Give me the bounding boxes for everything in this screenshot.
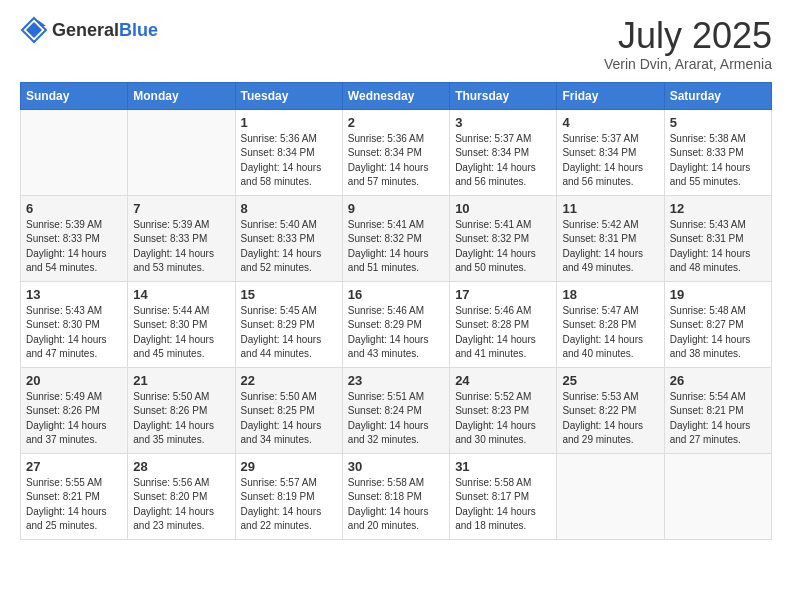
calendar-table: SundayMondayTuesdayWednesdayThursdayFrid… bbox=[20, 82, 772, 540]
day-info: Sunrise: 5:43 AM Sunset: 8:30 PM Dayligh… bbox=[26, 304, 122, 362]
day-number: 27 bbox=[26, 459, 122, 474]
calendar-cell: 6Sunrise: 5:39 AM Sunset: 8:33 PM Daylig… bbox=[21, 195, 128, 281]
day-number: 1 bbox=[241, 115, 337, 130]
calendar-cell: 2Sunrise: 5:36 AM Sunset: 8:34 PM Daylig… bbox=[342, 109, 449, 195]
calendar-cell: 7Sunrise: 5:39 AM Sunset: 8:33 PM Daylig… bbox=[128, 195, 235, 281]
day-number: 11 bbox=[562, 201, 658, 216]
calendar-cell: 1Sunrise: 5:36 AM Sunset: 8:34 PM Daylig… bbox=[235, 109, 342, 195]
day-number: 19 bbox=[670, 287, 766, 302]
day-info: Sunrise: 5:53 AM Sunset: 8:22 PM Dayligh… bbox=[562, 390, 658, 448]
calendar-body: 1Sunrise: 5:36 AM Sunset: 8:34 PM Daylig… bbox=[21, 109, 772, 539]
day-number: 6 bbox=[26, 201, 122, 216]
logo: GeneralBlue bbox=[20, 16, 158, 44]
calendar-cell: 9Sunrise: 5:41 AM Sunset: 8:32 PM Daylig… bbox=[342, 195, 449, 281]
logo-icon bbox=[20, 16, 48, 44]
calendar-cell: 16Sunrise: 5:46 AM Sunset: 8:29 PM Dayli… bbox=[342, 281, 449, 367]
calendar-cell: 8Sunrise: 5:40 AM Sunset: 8:33 PM Daylig… bbox=[235, 195, 342, 281]
calendar-cell: 24Sunrise: 5:52 AM Sunset: 8:23 PM Dayli… bbox=[450, 367, 557, 453]
day-info: Sunrise: 5:51 AM Sunset: 8:24 PM Dayligh… bbox=[348, 390, 444, 448]
day-number: 12 bbox=[670, 201, 766, 216]
day-number: 14 bbox=[133, 287, 229, 302]
calendar-cell: 27Sunrise: 5:55 AM Sunset: 8:21 PM Dayli… bbox=[21, 453, 128, 539]
day-info: Sunrise: 5:36 AM Sunset: 8:34 PM Dayligh… bbox=[241, 132, 337, 190]
day-number: 4 bbox=[562, 115, 658, 130]
day-number: 26 bbox=[670, 373, 766, 388]
calendar-cell: 26Sunrise: 5:54 AM Sunset: 8:21 PM Dayli… bbox=[664, 367, 771, 453]
day-info: Sunrise: 5:46 AM Sunset: 8:29 PM Dayligh… bbox=[348, 304, 444, 362]
page-header: GeneralBlue July 2025 Verin Dvin, Ararat… bbox=[20, 16, 772, 72]
calendar-cell: 14Sunrise: 5:44 AM Sunset: 8:30 PM Dayli… bbox=[128, 281, 235, 367]
calendar-week-5: 27Sunrise: 5:55 AM Sunset: 8:21 PM Dayli… bbox=[21, 453, 772, 539]
day-number: 23 bbox=[348, 373, 444, 388]
day-info: Sunrise: 5:39 AM Sunset: 8:33 PM Dayligh… bbox=[26, 218, 122, 276]
day-number: 3 bbox=[455, 115, 551, 130]
day-info: Sunrise: 5:43 AM Sunset: 8:31 PM Dayligh… bbox=[670, 218, 766, 276]
day-info: Sunrise: 5:36 AM Sunset: 8:34 PM Dayligh… bbox=[348, 132, 444, 190]
day-number: 29 bbox=[241, 459, 337, 474]
calendar-week-3: 13Sunrise: 5:43 AM Sunset: 8:30 PM Dayli… bbox=[21, 281, 772, 367]
column-header-wednesday: Wednesday bbox=[342, 82, 449, 109]
day-info: Sunrise: 5:58 AM Sunset: 8:17 PM Dayligh… bbox=[455, 476, 551, 534]
calendar-cell bbox=[21, 109, 128, 195]
column-header-monday: Monday bbox=[128, 82, 235, 109]
day-number: 15 bbox=[241, 287, 337, 302]
day-number: 17 bbox=[455, 287, 551, 302]
day-number: 16 bbox=[348, 287, 444, 302]
calendar-cell: 4Sunrise: 5:37 AM Sunset: 8:34 PM Daylig… bbox=[557, 109, 664, 195]
calendar-cell: 11Sunrise: 5:42 AM Sunset: 8:31 PM Dayli… bbox=[557, 195, 664, 281]
title-area: July 2025 Verin Dvin, Ararat, Armenia bbox=[604, 16, 772, 72]
day-info: Sunrise: 5:56 AM Sunset: 8:20 PM Dayligh… bbox=[133, 476, 229, 534]
column-header-saturday: Saturday bbox=[664, 82, 771, 109]
calendar-cell: 30Sunrise: 5:58 AM Sunset: 8:18 PM Dayli… bbox=[342, 453, 449, 539]
day-number: 25 bbox=[562, 373, 658, 388]
page-subtitle: Verin Dvin, Ararat, Armenia bbox=[604, 56, 772, 72]
day-number: 31 bbox=[455, 459, 551, 474]
calendar-cell bbox=[128, 109, 235, 195]
day-number: 20 bbox=[26, 373, 122, 388]
day-info: Sunrise: 5:41 AM Sunset: 8:32 PM Dayligh… bbox=[348, 218, 444, 276]
day-info: Sunrise: 5:52 AM Sunset: 8:23 PM Dayligh… bbox=[455, 390, 551, 448]
day-info: Sunrise: 5:45 AM Sunset: 8:29 PM Dayligh… bbox=[241, 304, 337, 362]
day-number: 21 bbox=[133, 373, 229, 388]
day-info: Sunrise: 5:46 AM Sunset: 8:28 PM Dayligh… bbox=[455, 304, 551, 362]
calendar-cell: 17Sunrise: 5:46 AM Sunset: 8:28 PM Dayli… bbox=[450, 281, 557, 367]
calendar-cell: 25Sunrise: 5:53 AM Sunset: 8:22 PM Dayli… bbox=[557, 367, 664, 453]
day-info: Sunrise: 5:37 AM Sunset: 8:34 PM Dayligh… bbox=[562, 132, 658, 190]
day-number: 13 bbox=[26, 287, 122, 302]
day-number: 28 bbox=[133, 459, 229, 474]
calendar-cell: 28Sunrise: 5:56 AM Sunset: 8:20 PM Dayli… bbox=[128, 453, 235, 539]
column-header-sunday: Sunday bbox=[21, 82, 128, 109]
day-info: Sunrise: 5:55 AM Sunset: 8:21 PM Dayligh… bbox=[26, 476, 122, 534]
column-header-friday: Friday bbox=[557, 82, 664, 109]
day-info: Sunrise: 5:39 AM Sunset: 8:33 PM Dayligh… bbox=[133, 218, 229, 276]
day-info: Sunrise: 5:40 AM Sunset: 8:33 PM Dayligh… bbox=[241, 218, 337, 276]
calendar-cell: 12Sunrise: 5:43 AM Sunset: 8:31 PM Dayli… bbox=[664, 195, 771, 281]
logo-general-text: GeneralBlue bbox=[52, 21, 158, 40]
day-number: 10 bbox=[455, 201, 551, 216]
day-info: Sunrise: 5:50 AM Sunset: 8:26 PM Dayligh… bbox=[133, 390, 229, 448]
day-info: Sunrise: 5:44 AM Sunset: 8:30 PM Dayligh… bbox=[133, 304, 229, 362]
calendar-cell bbox=[664, 453, 771, 539]
day-headers-row: SundayMondayTuesdayWednesdayThursdayFrid… bbox=[21, 82, 772, 109]
day-number: 18 bbox=[562, 287, 658, 302]
day-info: Sunrise: 5:58 AM Sunset: 8:18 PM Dayligh… bbox=[348, 476, 444, 534]
day-info: Sunrise: 5:50 AM Sunset: 8:25 PM Dayligh… bbox=[241, 390, 337, 448]
calendar-cell: 29Sunrise: 5:57 AM Sunset: 8:19 PM Dayli… bbox=[235, 453, 342, 539]
calendar-cell: 22Sunrise: 5:50 AM Sunset: 8:25 PM Dayli… bbox=[235, 367, 342, 453]
calendar-cell: 13Sunrise: 5:43 AM Sunset: 8:30 PM Dayli… bbox=[21, 281, 128, 367]
calendar-cell bbox=[557, 453, 664, 539]
day-number: 5 bbox=[670, 115, 766, 130]
day-number: 2 bbox=[348, 115, 444, 130]
calendar-header: SundayMondayTuesdayWednesdayThursdayFrid… bbox=[21, 82, 772, 109]
day-info: Sunrise: 5:49 AM Sunset: 8:26 PM Dayligh… bbox=[26, 390, 122, 448]
day-number: 8 bbox=[241, 201, 337, 216]
calendar-cell: 21Sunrise: 5:50 AM Sunset: 8:26 PM Dayli… bbox=[128, 367, 235, 453]
day-info: Sunrise: 5:47 AM Sunset: 8:28 PM Dayligh… bbox=[562, 304, 658, 362]
calendar-cell: 10Sunrise: 5:41 AM Sunset: 8:32 PM Dayli… bbox=[450, 195, 557, 281]
day-number: 7 bbox=[133, 201, 229, 216]
day-info: Sunrise: 5:38 AM Sunset: 8:33 PM Dayligh… bbox=[670, 132, 766, 190]
column-header-tuesday: Tuesday bbox=[235, 82, 342, 109]
svg-marker-2 bbox=[38, 20, 46, 26]
day-info: Sunrise: 5:41 AM Sunset: 8:32 PM Dayligh… bbox=[455, 218, 551, 276]
calendar-week-1: 1Sunrise: 5:36 AM Sunset: 8:34 PM Daylig… bbox=[21, 109, 772, 195]
